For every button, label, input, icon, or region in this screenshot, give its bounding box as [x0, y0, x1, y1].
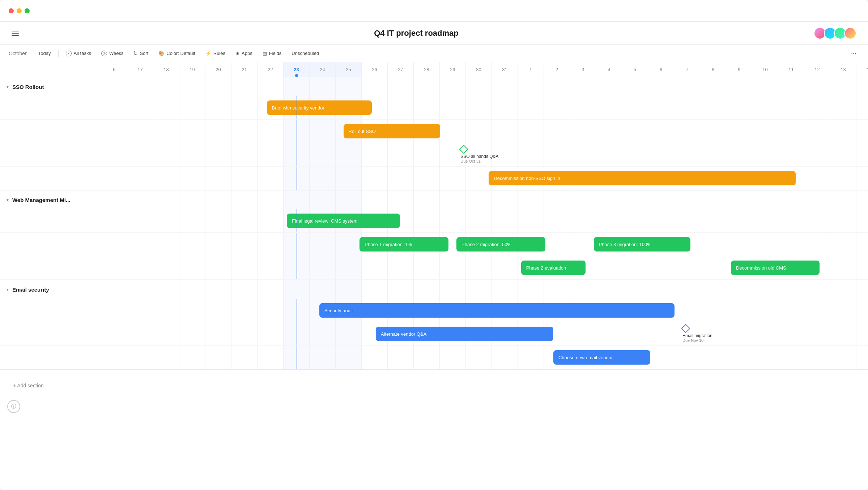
date-cell: 20 [205, 62, 231, 77]
date-cell: 17 [127, 62, 153, 77]
section-label[interactable]: ▼Email security [0, 287, 101, 293]
date-cell: 26 [362, 62, 388, 77]
task-bar-phase3-migration[interactable]: Phase 3 migration: 100% [594, 237, 691, 252]
section-label[interactable]: ▼Web Management Mi... [0, 197, 101, 203]
milestone-diamond [681, 324, 690, 333]
task-bar-security-audit[interactable]: Security audit [319, 303, 675, 318]
chevron-icon: ▼ [6, 85, 9, 89]
task-bar-final-legal-review[interactable]: Final legal review: CMS system [287, 214, 400, 228]
task-bar-phase2-eval[interactable]: Phase 2 evaluation [521, 261, 586, 275]
date-cell: 4 [596, 62, 622, 77]
add-section-area: + Add sectionⓘ [0, 370, 868, 419]
today-line [297, 209, 297, 232]
avatars [814, 27, 856, 39]
task-bar-alternate-vendor[interactable]: Alternate vendor Q&A [376, 327, 553, 341]
task-bar-choose-email-vendor[interactable]: Choose new email vendor [553, 350, 650, 365]
section-name: SSO Rollout [12, 84, 44, 90]
milestone-sublabel: Due Oct 31 [460, 159, 481, 163]
traffic-lights [9, 8, 30, 13]
chevron-icon: ▼ [6, 198, 9, 202]
section-header-row: ▼Web Management Mi... [0, 190, 868, 209]
date-cell: 24 [310, 62, 336, 77]
gantt-section: ▼Web Management Mi...Final legal review:… [0, 190, 868, 280]
date-cell: 22 [258, 62, 284, 77]
date-cell: 29 [440, 62, 466, 77]
unscheduled-button[interactable]: Unscheduled [287, 48, 323, 58]
fields-button[interactable]: ▤ Fields [258, 48, 286, 58]
color-button[interactable]: 🎨 Color: Default [154, 48, 199, 58]
task-row: SSO all hands Q&ADue Oct 31 [0, 143, 868, 167]
gantt-wrapper: 6171819202122232425262728293031123456789… [0, 62, 868, 490]
toolbar: October Today ✓ All tasks ◷ Weeks ⇅ Sort… [0, 45, 868, 62]
task-area: Security audit [101, 299, 868, 322]
date-cell: 3 [570, 62, 596, 77]
date-cell: 14 [856, 62, 868, 77]
maximize-button[interactable] [25, 8, 30, 13]
sort-button[interactable]: ⇅ Sort [129, 48, 153, 58]
header-left [12, 31, 19, 36]
section-header-row: ▼Email security [0, 280, 868, 299]
today-line [297, 120, 297, 143]
section-header-grid [101, 190, 868, 209]
task-bar-roll-out-sso[interactable]: Roll out SSO [344, 124, 441, 138]
section-header-grid [101, 280, 868, 299]
task-bar-brief-security[interactable]: Brief with security vendor [267, 100, 372, 115]
app-window: Q4 IT project roadmap October Today ✓ Al… [0, 0, 868, 490]
date-cell: 19 [179, 62, 205, 77]
add-section-button[interactable]: + Add section [7, 375, 861, 396]
task-row: Alternate vendor Q&AEmail migrationDue N… [0, 322, 868, 346]
date-cell: 25 [336, 62, 362, 77]
close-button[interactable] [9, 8, 14, 13]
date-cell: 27 [388, 62, 414, 77]
weeks-button[interactable]: ◷ Weeks [97, 48, 128, 59]
date-cell: 6 [648, 62, 674, 77]
today-line [297, 233, 297, 256]
rules-button[interactable]: ⚡ Rules [201, 48, 230, 58]
apps-icon: ⊞ [235, 51, 239, 56]
minimize-button[interactable] [17, 8, 22, 13]
date-cell: 10 [752, 62, 778, 77]
fields-icon: ▤ [263, 51, 267, 56]
today-button[interactable]: Today [34, 48, 55, 58]
apps-button[interactable]: ⊞ Apps [231, 48, 257, 58]
task-row: Phase 1 migration: 1%Phase 2 migration: … [0, 233, 868, 256]
date-cell: 12 [804, 62, 830, 77]
date-cell: 6 [101, 62, 127, 77]
color-icon: 🎨 [158, 51, 164, 56]
date-cell: 11 [778, 62, 804, 77]
task-bar-phase2-migration[interactable]: Phase 2 migration: 50% [456, 237, 545, 252]
section-label[interactable]: ▼SSO Rollout [0, 84, 101, 90]
all-tasks-button[interactable]: ✓ All tasks [61, 48, 95, 59]
today-line [297, 299, 297, 322]
task-area: Final legal review: CMS system [101, 209, 868, 232]
gantt-section: ▼Email securitySecurity auditAlternate v… [0, 280, 868, 370]
section-name: Web Management Mi... [12, 197, 71, 203]
today-line [297, 96, 297, 119]
info-button[interactable]: ⓘ [7, 400, 20, 413]
date-header: 6171819202122232425262728293031123456789… [0, 62, 868, 77]
task-area: Phase 1 migration: 1%Phase 2 migration: … [101, 233, 868, 256]
date-cell: 31 [492, 62, 518, 77]
sort-icon: ⇅ [133, 51, 137, 56]
task-area: Choose new email vendor [101, 346, 868, 369]
more-options-button[interactable]: ··· [848, 48, 859, 59]
task-bar-decommission-old-cms[interactable]: Decommission old CMS [731, 261, 820, 275]
header: Q4 IT project roadmap [0, 22, 868, 45]
month-label: October [9, 51, 27, 56]
menu-button[interactable] [12, 31, 19, 36]
main-content: 6171819202122232425262728293031123456789… [0, 62, 868, 490]
milestone-label: Email migration [682, 333, 712, 338]
task-bar-phase1-migration[interactable]: Phase 1 migration: 1% [359, 237, 448, 252]
date-cell: 1 [518, 62, 544, 77]
date-cell: 21 [231, 62, 258, 77]
titlebar [0, 0, 868, 22]
rules-icon: ⚡ [205, 51, 211, 56]
section-header-row: ▼SSO Rollout [0, 77, 868, 96]
date-cell: 23 [284, 62, 310, 77]
chevron-icon: ▼ [6, 288, 9, 292]
task-row: Phase 2 evaluationDecommission old CMS [0, 256, 868, 280]
task-bar-decommission-non-sso[interactable]: Decommission non-SSO sign in [489, 171, 795, 185]
all-tasks-icon: ✓ [66, 51, 72, 56]
task-row: Security audit [0, 299, 868, 322]
milestone-email-migration: Email migrationDue Nov 10 [682, 325, 712, 343]
